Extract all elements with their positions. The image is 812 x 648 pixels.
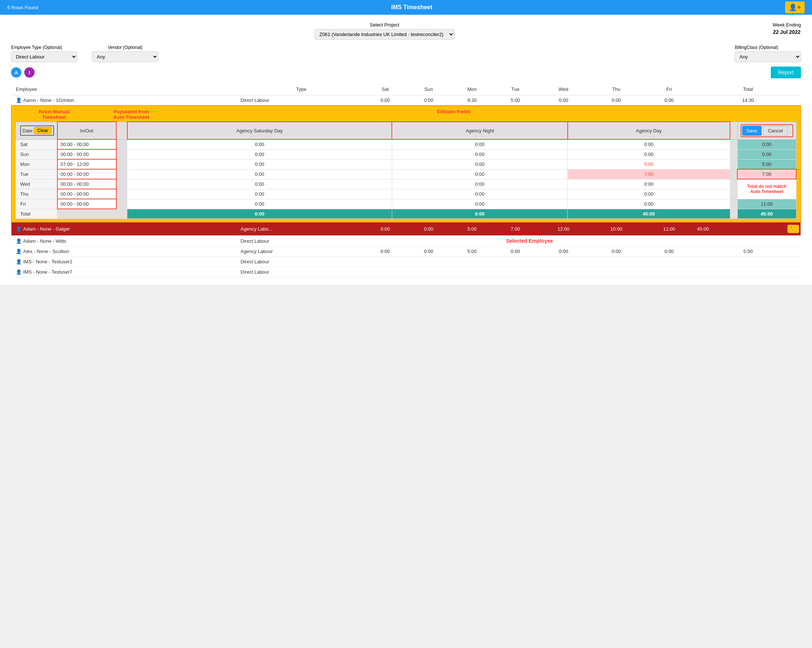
in-out-cell[interactable]: 00:00 - 00:00	[57, 139, 116, 149]
agency-day-cell[interactable]: 0:00	[568, 149, 730, 159]
employee-type: Direct Labour	[239, 257, 363, 267]
col-fri: Fri	[643, 84, 696, 95]
in-out-cell[interactable]: 00:00 - 00:00	[57, 199, 116, 209]
agency-day-cell[interactable]: 0:00	[568, 139, 730, 149]
table-row[interactable]: 👤IMS - None - Testuser7 Direct Labour	[11, 267, 801, 277]
cell-mon: 9:30	[450, 95, 494, 106]
cell-thu	[590, 257, 643, 267]
clear-button[interactable]: Clear	[34, 127, 52, 134]
table-row[interactable]: 👤Alex - None - Scullion Agency Labour 0:…	[11, 246, 801, 257]
cell-sun: 0:00	[407, 222, 450, 236]
agency-sat-cell[interactable]: 0:00	[127, 149, 392, 159]
cell-sun: 0:00	[407, 95, 450, 106]
in-out-cell[interactable]: 00:00 - 00:00	[57, 179, 116, 189]
project-select[interactable]: Z061 (Vanderlande Industries UK Limited …	[314, 29, 454, 40]
app-header: 6 Rows Found IMS Timesheet 👤+	[0, 0, 812, 15]
spacer-cell2	[730, 139, 737, 149]
add-user-button[interactable]: 👤+	[785, 2, 804, 13]
total-agency-day: 45:00	[568, 209, 730, 218]
total-agency-sat: 0:00	[127, 209, 392, 218]
spacer-cell	[116, 179, 127, 189]
billing-class-select[interactable]: Any	[735, 52, 801, 62]
cell-sat	[363, 267, 407, 277]
cell-sun	[407, 267, 450, 277]
cell-fri: 11:00	[643, 222, 696, 236]
populated-from-label: Populated fromAuto Timesheet	[113, 109, 149, 120]
agency-day-cell[interactable]: 0:00	[568, 179, 730, 189]
employee-name: 👤Alex - None - Scullion	[11, 246, 239, 257]
agency-sat-cell[interactable]: 0:00	[127, 169, 392, 179]
timesheet-row-wed: Wed 00:00 - 00:00 0:00 0:00 0:00 Total d…	[16, 179, 797, 189]
rows-found-label: 6 Rows Found	[8, 5, 38, 10]
agency-sat-cell[interactable]: 0:00	[127, 179, 392, 189]
cell-tue	[494, 257, 537, 267]
agency-sat-cell[interactable]: 0:00	[127, 199, 392, 209]
agency-night-cell[interactable]: 0:00	[392, 149, 567, 159]
cell-thu: 0:00	[590, 246, 643, 257]
cell-total: 45:00 ✏️	[696, 223, 801, 236]
spacer-cell2	[730, 179, 737, 189]
employee-type-select[interactable]: Direct Labour	[11, 52, 77, 62]
date-header-cell: Date Clear	[16, 122, 57, 139]
agency-night-cell[interactable]: 0:00	[392, 189, 567, 199]
cancel-button[interactable]: Cancel	[763, 126, 788, 136]
agency-day-cell[interactable]: 0:00	[568, 199, 730, 209]
cell-wed: 0:00	[537, 95, 590, 106]
avatar-i[interactable]: I	[24, 67, 35, 78]
table-row[interactable]: 👤Aaron - None - 1Grinton Direct Labour 0…	[11, 95, 801, 106]
cell-wed	[537, 267, 590, 277]
cell-sat: 0:00	[363, 222, 407, 236]
report-button[interactable]: Report	[771, 67, 801, 78]
in-out-cell[interactable]: 07:00 - 12:00	[57, 159, 116, 169]
in-out-cell[interactable]: 00:00 - 00:00	[57, 169, 116, 179]
timesheet-row-thu: Thu 00:00 - 00:00 0:00 0:00 0:00	[16, 189, 797, 199]
total-in-out	[57, 209, 116, 218]
total-cell: 0:00	[737, 149, 796, 159]
vendor-select[interactable]: Any	[92, 52, 158, 62]
spacer-cell	[116, 139, 127, 149]
save-button[interactable]: Save	[742, 126, 762, 136]
expanded-timesheet-row: Reset ManualTimesheet Populated fromAuto…	[11, 105, 801, 222]
edit-button[interactable]: ✏️	[788, 225, 799, 233]
day-label: Fri	[16, 199, 57, 209]
cell-sat: 0:00	[363, 246, 407, 257]
employee-type: Direct Labour	[239, 95, 363, 106]
timesheet-row-tue: Tue 00:00 - 00:00 0:00 0:00 7:00 7:00	[16, 169, 797, 179]
spacer-cell2	[730, 169, 737, 179]
agency-sat-cell[interactable]: 0:00	[127, 189, 392, 199]
cell-thu	[590, 267, 643, 277]
agency-night-cell[interactable]: 0:00	[392, 199, 567, 209]
agency-night-cell[interactable]: 0:00	[392, 159, 567, 169]
col-type: Type	[239, 84, 363, 95]
cell-fri: 0:00	[643, 95, 696, 106]
in-out-cell[interactable]: 00:00 - 00:00	[57, 149, 116, 159]
employee-type: Agency Labo...	[239, 222, 363, 236]
employee-type-label: Employee Type (Optional)	[11, 45, 77, 50]
table-row[interactable]: 👤Adam - None - Witts Direct Labour Selec…	[11, 236, 801, 246]
agency-night-cell[interactable]: 0:00	[392, 179, 567, 189]
spacer-cell	[116, 189, 127, 199]
agency-sat-cell[interactable]: 0:00	[127, 159, 392, 169]
agency-day-cell[interactable]: 7:00	[568, 169, 730, 179]
cell-tue: 5:00	[494, 95, 537, 106]
editable-fields-label: Editable Fields	[437, 109, 471, 114]
avatar-a[interactable]: A	[11, 67, 21, 78]
agency-night-cell[interactable]: 0:00	[392, 169, 567, 179]
in-out-cell[interactable]: 00:00 - 00:00	[57, 189, 116, 199]
agency-day-cell[interactable]: 0:00	[568, 189, 730, 199]
cell-mon	[450, 267, 494, 277]
mismatch-label: Total do not matchAuto Timesheet	[737, 179, 796, 199]
cell-total: 5:00	[696, 246, 801, 257]
agency-sat-cell[interactable]: 0:00	[127, 139, 392, 149]
total-label: Total	[16, 209, 57, 218]
table-row-selected[interactable]: 👤Adam - None - Gaiger Agency Labo... 0:0…	[11, 222, 801, 236]
agency-night-cell[interactable]: 0:00	[392, 139, 567, 149]
agency-day-cell[interactable]: 5:00	[568, 159, 730, 169]
cell-mon: 5:00	[450, 246, 494, 257]
table-row[interactable]: 👤IMS - None - Testuser2 Direct Labour	[11, 257, 801, 267]
reset-manual-label: Reset ManualTimesheet	[39, 109, 70, 120]
spacer-cell2	[730, 199, 737, 209]
cell-tue: 0:00	[494, 246, 537, 257]
timesheet-row-sun: Sun 00:00 - 00:00 0:00 0:00 0:00 0:00	[16, 149, 797, 159]
cell-wed: 0:00	[537, 246, 590, 257]
